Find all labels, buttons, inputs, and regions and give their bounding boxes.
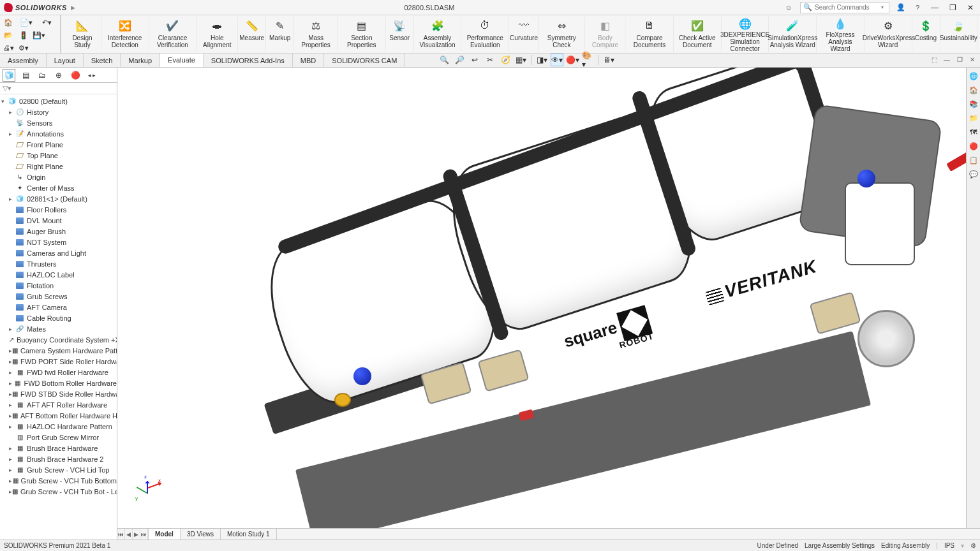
- expander-icon[interactable]: ▸: [9, 326, 15, 332]
- tree-item[interactable]: ▸▦AFT Bottom Roller Hardware HD: [0, 410, 117, 421]
- fm-filter-row[interactable]: ▽▾: [0, 83, 117, 94]
- expander-icon[interactable]: ▸: [9, 402, 15, 408]
- help-icon[interactable]: ?: [912, 3, 923, 13]
- tree-item[interactable]: AFT Camera: [0, 302, 117, 312]
- previous-view-icon[interactable]: ↩: [468, 54, 481, 66]
- dynamic-annotation-icon[interactable]: 🧭: [499, 54, 512, 66]
- tree-item[interactable]: ▸▦Grub Screw - VCH Tub Bottom: [0, 475, 117, 486]
- expander-icon[interactable]: ▸: [9, 445, 15, 452]
- tab-mbd[interactable]: MBD: [293, 54, 324, 67]
- graphics-area[interactable]: square ROBOT VERITANK x y z 🌐 🏠 📚 📁 🗺 🔴 …: [117, 68, 980, 540]
- zoom-fit-icon[interactable]: 🔍: [438, 54, 450, 66]
- tree-item[interactable]: ▸▦Grub Screw - VCH Tub Bot - Legs: [0, 486, 117, 497]
- orientation-triad[interactable]: x y z: [138, 476, 163, 501]
- login-icon[interactable]: 👤: [896, 3, 906, 13]
- status-gear-icon[interactable]: ⚙: [970, 542, 976, 549]
- tree-item[interactable]: ▸▦FWD STBD Side Roller Hardware: [0, 388, 117, 399]
- tree-item[interactable]: ▸📝Annotations: [0, 128, 117, 139]
- tab-nav-first-icon[interactable]: ⏮: [117, 529, 125, 540]
- tp-file-explorer-icon[interactable]: 📁: [968, 112, 979, 124]
- tab-nav-prev-icon[interactable]: ◀: [125, 529, 133, 540]
- fm-tab-tree[interactable]: 🧊: [3, 69, 15, 82]
- tab-nav-last-icon[interactable]: ⏭: [140, 529, 148, 540]
- tree-item[interactable]: ↳Origin: [0, 172, 117, 182]
- ribbon-section-properties[interactable]: ▤Section Properties: [338, 17, 386, 52]
- tree-item[interactable]: Grub Screws: [0, 291, 117, 302]
- tree-item[interactable]: DVL Mount: [0, 215, 117, 226]
- tree-item[interactable]: ▸▦Brush Brace Hardware 2: [0, 453, 117, 464]
- ribbon-symmetry-check[interactable]: ⇔Symmetry Check: [539, 17, 585, 52]
- undo-button[interactable]: ↶▾: [37, 17, 56, 28]
- fm-tab-property[interactable]: ▤: [19, 69, 32, 82]
- tree-item[interactable]: ↗Buoyancy Coordinate System +X: [0, 334, 117, 345]
- restore-button[interactable]: ❐: [947, 2, 958, 13]
- mdi-expand-icon[interactable]: ⬚: [929, 54, 939, 64]
- tree-item[interactable]: ▸🕘History: [0, 107, 117, 117]
- expander-icon[interactable]: ▸: [9, 456, 15, 462]
- home-button[interactable]: 🏠: [1, 17, 15, 28]
- expander-icon[interactable]: ▸: [9, 380, 14, 386]
- tree-root[interactable]: ▾ 🧊 02800 (Default): [0, 96, 117, 107]
- tp-resources-icon[interactable]: 🌐: [968, 70, 979, 82]
- ribbon-interference-detection[interactable]: 🔀Interference Detection: [101, 17, 149, 52]
- smiley-feedback-icon[interactable]: ☺: [783, 3, 794, 13]
- tab-solidworks-cam[interactable]: SOLIDWORKS CAM: [324, 54, 405, 67]
- tree-item[interactable]: Right Plane: [0, 161, 117, 172]
- status-large-asm[interactable]: Large Assembly Settings: [805, 542, 875, 549]
- tp-forum-icon[interactable]: 💬: [968, 168, 979, 180]
- tree-item[interactable]: ▸▦HAZLOC Hardware Pattern: [0, 421, 117, 432]
- fm-tab-more[interactable]: ◂ ▸: [85, 69, 98, 82]
- ribbon-sustainability[interactable]: 🍃Sustainability: [940, 17, 977, 52]
- ribbon-floxpress-analysis-wizard[interactable]: 💧FloXpress Analysis Wizard: [817, 17, 865, 52]
- search-dropdown-icon[interactable]: ▾: [881, 4, 884, 10]
- mdi-restore-icon[interactable]: ❐: [954, 54, 965, 64]
- ribbon-compare-documents[interactable]: 🗎Compare Documents: [626, 17, 674, 52]
- ribbon-measure[interactable]: 📏Measure: [238, 17, 266, 52]
- tree-item[interactable]: 📡Sensors: [0, 117, 117, 128]
- ribbon-curvature[interactable]: 〰Curvature: [509, 17, 539, 52]
- mdi-close-icon[interactable]: ✕: [967, 54, 977, 64]
- tree-item[interactable]: ▸▦Grub Screw - VCH Lid Top: [0, 464, 117, 475]
- hide-show-icon[interactable]: 👁▾: [551, 54, 563, 66]
- filter-funnel-icon[interactable]: ▽▾: [3, 84, 11, 92]
- fm-tab-display[interactable]: 🔴: [69, 69, 82, 82]
- tree-item[interactable]: Cable Routing: [0, 312, 117, 323]
- tree-item[interactable]: Cameras and Light: [0, 247, 117, 258]
- ribbon-design-study[interactable]: 📐Design Study: [64, 17, 101, 52]
- ribbon-assembly-visualization[interactable]: 🧩Assembly Visualization: [414, 17, 462, 52]
- bottom-tab-motion-study-1[interactable]: Motion Study 1: [221, 529, 277, 540]
- tree-item[interactable]: HAZLOC Label: [0, 269, 117, 280]
- edit-appearance-icon[interactable]: 🔴▾: [566, 54, 579, 66]
- ribbon-driveworksxpress-wizard[interactable]: ⚙DriveWorksXpress Wizard: [865, 17, 912, 52]
- ribbon-performance-evaluation[interactable]: ⏱Performance Evaluation: [461, 17, 509, 52]
- tp-home-icon[interactable]: 🏠: [968, 84, 979, 96]
- open-button[interactable]: 📂: [1, 29, 15, 41]
- tree-item[interactable]: ✦Center of Mass: [0, 182, 117, 193]
- tree-item[interactable]: Front Plane: [0, 139, 117, 150]
- tree-item[interactable]: ▸🔗Mates: [0, 323, 117, 334]
- zoom-area-icon[interactable]: 🔎: [453, 54, 466, 66]
- tp-design-library-icon[interactable]: 📚: [968, 98, 979, 110]
- view-settings-icon[interactable]: 🖥▾: [602, 54, 615, 66]
- tree-item[interactable]: ▸▦FWD fwd Roller Hardware: [0, 367, 117, 378]
- menu-chevron-icon[interactable]: ▶: [71, 4, 75, 11]
- tree-item[interactable]: ▸▦Camera System Hardware Pattern: [0, 345, 117, 356]
- tp-appearances-icon[interactable]: 🔴: [968, 140, 979, 152]
- ribbon-sensor[interactable]: 📡Sensor: [386, 17, 414, 52]
- bottom-tab-3d-views[interactable]: 3D Views: [181, 529, 221, 540]
- tree-item[interactable]: Floor Rollers: [0, 204, 117, 215]
- tab-solidworks-add-ins[interactable]: SOLIDWORKS Add-Ins: [204, 54, 293, 67]
- tree-item[interactable]: ▸▦Brush Brace Hardware: [0, 443, 117, 453]
- tp-view-palette-icon[interactable]: 🗺: [968, 126, 979, 138]
- tab-evaluate[interactable]: Evaluate: [160, 54, 204, 67]
- close-button[interactable]: ✕: [965, 2, 976, 13]
- ribbon-clearance-verification[interactable]: ✔️Clearance Verification: [149, 17, 197, 52]
- ribbon-markup[interactable]: ✎Markup: [266, 17, 294, 52]
- apply-scene-icon[interactable]: 🎨▾: [581, 54, 594, 66]
- search-commands[interactable]: 🔍 ▾: [800, 2, 889, 13]
- expander-icon[interactable]: ▸: [9, 109, 15, 115]
- tree-item[interactable]: ▸▦FWD PORT Side Roller Hardware: [0, 356, 117, 367]
- tab-sketch[interactable]: Sketch: [84, 54, 121, 67]
- options-button[interactable]: ⚙▾: [17, 42, 31, 54]
- tab-assembly[interactable]: Assembly: [0, 54, 47, 67]
